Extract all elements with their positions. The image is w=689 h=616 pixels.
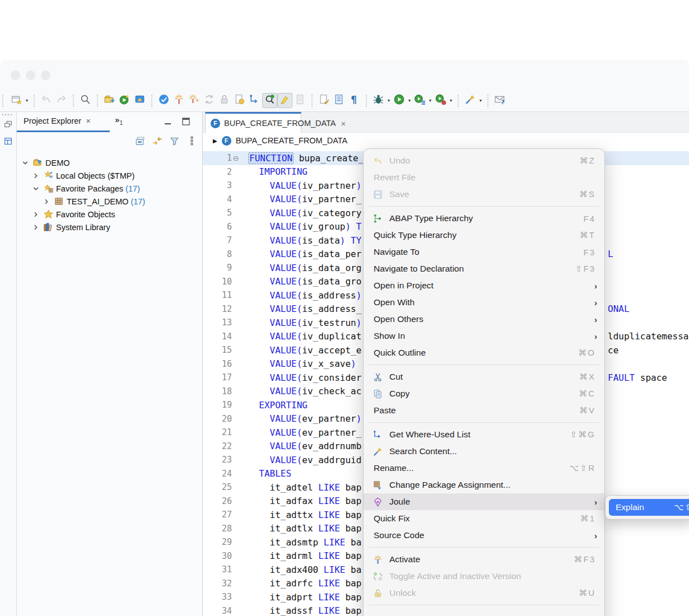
toolbar-drag-handle[interactable] <box>2 95 7 107</box>
search-torch-dropdown-caret[interactable]: ▾ <box>478 93 483 108</box>
mark-occurrences-button[interactable] <box>262 93 277 108</box>
tree-item-demo[interactable]: DEMO <box>17 156 202 169</box>
report-envelope-button[interactable]: ? <box>492 93 508 108</box>
run-play-button[interactable] <box>392 93 407 108</box>
profile-play-list-button[interactable] <box>412 93 427 108</box>
code-line[interactable]: 25 it_adtel LIKE bap <box>203 480 363 494</box>
menu-item-source-code[interactable]: Source Code› <box>364 527 604 544</box>
coverage-play-red-dropdown-caret[interactable]: ▾ <box>448 93 454 108</box>
close-icon[interactable]: × <box>86 116 91 125</box>
menu-item-copy[interactable]: Copy⌘C <box>364 385 604 402</box>
tab-bupa-create-from-data[interactable]: F BUPA_CREATE_FROM_DATA × <box>205 112 301 133</box>
page-blue-frame-button[interactable] <box>332 93 347 108</box>
code-line[interactable]: 21 VALUE(ev_partner_ <box>203 426 363 440</box>
page-transport-button[interactable] <box>232 93 247 108</box>
menu-item-quick-outline[interactable]: Quick Outline⌘O <box>364 344 604 361</box>
search-magnifier-button[interactable] <box>78 93 93 108</box>
code-line[interactable]: 2 IMPORTING <box>203 165 363 179</box>
code-line[interactable]: 22 VALUE(ev_addrnumb <box>203 440 363 454</box>
code-line[interactable]: 16 VALUE(iv_x_save) <box>203 357 363 371</box>
code-line[interactable]: 17 VALUE(iv_consider <box>203 371 363 385</box>
restore-windows-button[interactable] <box>0 118 17 134</box>
menu-item-get-where-used-list[interactable]: Get Where-Used List⇧⌘G <box>364 426 604 443</box>
collapse-all-button[interactable] <box>133 136 146 148</box>
code-line[interactable]: 27 it_adttx LIKE bap <box>203 508 363 522</box>
debug-bug-dropdown-caret[interactable]: ▾ <box>386 93 392 108</box>
menu-item-show-in[interactable]: Show In› <box>364 328 604 344</box>
close-icon[interactable]: × <box>341 119 346 128</box>
page-link-arrow-button[interactable] <box>316 93 332 108</box>
tree-item-system-library[interactable]: System Library <box>17 221 202 234</box>
menu-item-navigate-to[interactable]: Navigate ToF3 <box>364 244 604 260</box>
chevron-right-icon[interactable] <box>43 198 50 206</box>
code-line[interactable]: 24 TABLES <box>203 467 363 481</box>
view-menu-kebab-button[interactable] <box>185 136 198 148</box>
code-line[interactable]: 7 VALUE(is_data) TY <box>203 234 363 248</box>
filter-funnel-button[interactable] <box>168 136 180 148</box>
link-with-editor-button[interactable] <box>151 136 163 148</box>
code-line[interactable]: 31 it_adx400 LIKE ba <box>203 563 363 577</box>
new-wizard-dropdown-caret[interactable]: ▾ <box>24 93 30 108</box>
fold-marker-icon[interactable]: ⊖ <box>232 154 240 162</box>
open-abap-object-button[interactable] <box>102 93 117 108</box>
code-line[interactable]: 19 EXPORTING <box>203 398 363 412</box>
code-editor[interactable]: 1⊖FUNCTION bupa_create_2 IMPORTING3 VALU… <box>203 151 363 616</box>
menu-item-change-package-assignment[interactable]: Change Package Assignment... <box>364 477 604 493</box>
tree-item-local-objects-tmp-[interactable]: Local Objects ($TMP) <box>17 169 202 182</box>
minimize-view-button[interactable] <box>163 117 173 126</box>
code-line[interactable]: 30 it_adrml LIKE bap <box>203 549 363 563</box>
code-line[interactable]: 18 VALUE(iv_check_ac <box>203 385 363 399</box>
tree-item-favorite-objects[interactable]: Favorite Objects <box>17 208 202 221</box>
code-line[interactable]: 20 VALUE(ev_partner) <box>203 412 363 426</box>
code-line[interactable]: 29 it_adsmtp LIKE ba <box>203 535 363 549</box>
code-line[interactable]: 3 VALUE(iv_partner) <box>203 179 363 193</box>
code-line[interactable]: 11 VALUE(is_address) <box>203 288 363 302</box>
menu-item-navigate-to-declaration[interactable]: Navigate to Declaration⇧F3 <box>364 260 604 277</box>
chevron-down-icon[interactable] <box>32 185 40 193</box>
code-line[interactable]: 6 VALUE(iv_group) T <box>203 220 363 234</box>
perspective-layout-button[interactable] <box>0 134 17 151</box>
code-line[interactable]: 8 VALUE(is_data_per <box>203 248 363 262</box>
code-line[interactable]: 10 VALUE(is_data_gro <box>203 275 363 289</box>
check-syntax-button[interactable] <box>156 93 171 108</box>
breadcrumb-expander-icon[interactable]: ▶ <box>213 138 217 144</box>
code-line[interactable]: 33 it_adprt LIKE bap <box>203 590 363 604</box>
minimize-window-button[interactable] <box>26 71 35 80</box>
menu-item-open-in-project[interactable]: Open in Project› <box>364 277 604 294</box>
menu-item-activate[interactable]: Activate⌘F3 <box>364 551 604 568</box>
show-whitespace-pilcrow-button[interactable]: ¶ <box>347 93 362 108</box>
maximize-view-button[interactable] <box>181 117 191 126</box>
coverage-play-red-button[interactable] <box>433 93 448 108</box>
chevron-down-icon[interactable] <box>21 159 29 167</box>
tab-project-explorer[interactable]: Project Explorer × <box>24 116 91 125</box>
activate-sparkler-button[interactable] <box>171 93 187 108</box>
menu-item-open-with[interactable]: Open With› <box>364 294 604 311</box>
code-line[interactable]: 12 VALUE(is_address_ <box>203 302 363 316</box>
menu-item-quick-type-hierarchy[interactable]: Quick Type Hierarchy⌘T <box>364 227 604 244</box>
menu-item-rename[interactable]: Rename...⌥⇧R <box>364 460 604 477</box>
code-line[interactable]: 13 VALUE(iv_testrun) <box>203 316 363 330</box>
where-used-branch-button[interactable] <box>247 93 262 108</box>
code-line[interactable]: 9 VALUE(is_data_org <box>203 261 363 275</box>
code-line[interactable]: 28 it_adtlx LIKE bap <box>203 522 363 536</box>
code-line[interactable]: 5 VALUE(iv_category <box>203 206 363 220</box>
new-wizard-button[interactable] <box>9 93 24 108</box>
close-window-button[interactable] <box>11 71 20 80</box>
chevron-right-icon[interactable] <box>32 211 40 218</box>
code-line[interactable]: 34 it_adssf LIKE bap <box>203 604 363 616</box>
activate-multiple-sparkler-button[interactable] <box>187 93 202 108</box>
tree-item-test-ai-demo[interactable]: TEST_AI_DEMO(17) <box>17 195 202 208</box>
highlighter-button[interactable] <box>277 93 292 108</box>
code-line[interactable]: 15 VALUE(iv_accept_e <box>203 343 363 357</box>
run-abap-object-button[interactable] <box>117 93 132 108</box>
rail-drag-handle[interactable]: •••• <box>0 112 16 118</box>
menu-item-quick-fix[interactable]: Quick Fix⌘1 <box>364 510 604 527</box>
code-line[interactable]: 4 VALUE(iv_partner_ <box>203 193 363 207</box>
tree-item-favorite-packages[interactable]: Favorite Packages(17) <box>17 182 202 195</box>
code-line[interactable]: 14 VALUE(iv_duplicat <box>203 330 363 344</box>
menu-item-open-others[interactable]: Open Others› <box>364 311 604 328</box>
chevron-right-icon[interactable] <box>32 223 40 231</box>
menu-item-joule[interactable]: Joule› <box>364 493 604 510</box>
code-line[interactable]: 1⊖FUNCTION bupa_create_ <box>203 151 363 165</box>
maximize-window-button[interactable] <box>41 71 50 80</box>
